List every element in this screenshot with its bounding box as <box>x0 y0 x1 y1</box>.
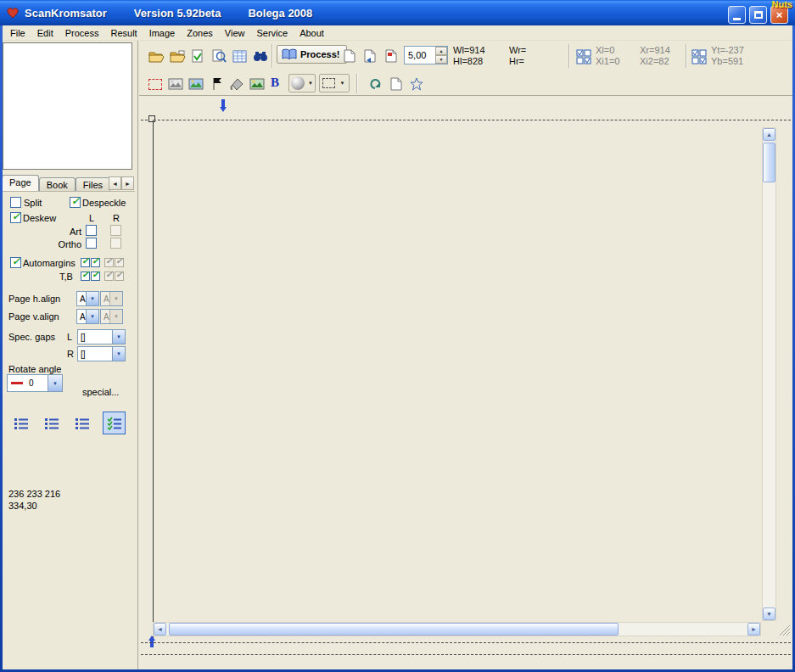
prev-page-button[interactable] <box>360 46 380 66</box>
menu-process[interactable]: Process <box>59 26 105 40</box>
open-files-button[interactable] <box>167 46 188 66</box>
find-button[interactable] <box>250 46 271 66</box>
scroll-right-button[interactable]: ► <box>747 623 760 636</box>
flag-zone-button[interactable] <box>208 75 227 93</box>
toolbar-separator <box>686 44 687 68</box>
crop-line-bottom[interactable] <box>141 642 791 643</box>
rotate-angle-select[interactable]: 0 ▼ <box>7 374 63 392</box>
page-v-align-select-disabled[interactable]: A ▼ <box>100 309 123 324</box>
ortho-right-checkbox[interactable] <box>110 238 121 249</box>
horizontal-scroll-thumb[interactable] <box>169 623 619 636</box>
list-view-button-3[interactable] <box>70 412 93 434</box>
despeckle-checkbox[interactable]: ✓ <box>70 197 81 208</box>
crop-line-bottom-outer[interactable] <box>141 654 791 655</box>
menu-zones[interactable]: Zones <box>181 26 219 40</box>
special-link[interactable]: special... <box>82 387 119 397</box>
margin-marker-top[interactable] <box>219 99 227 113</box>
pin-icon <box>219 99 227 113</box>
page-icon <box>390 77 402 91</box>
chevron-down-icon: ▼ <box>109 310 122 323</box>
page-h-align-select-disabled[interactable]: A ▼ <box>100 291 123 306</box>
menu-file[interactable]: File <box>4 26 31 40</box>
automargins-lr-checkboxes[interactable]: ✓ ✓ <box>81 258 100 267</box>
menu-view[interactable]: View <box>219 26 251 40</box>
horizontal-scrollbar[interactable]: ◄ ► <box>153 622 761 636</box>
table-icon <box>232 50 247 63</box>
page-preview[interactable] <box>3 42 132 170</box>
crop-handle-topleft[interactable] <box>148 115 155 122</box>
rotate-button[interactable] <box>367 75 385 93</box>
menu-about[interactable]: About <box>294 26 330 40</box>
list-view-button-1[interactable] <box>9 412 32 434</box>
grayscale-image-button[interactable] <box>166 75 185 93</box>
check-icon: ✓ <box>12 255 20 267</box>
ortho-left-checkbox[interactable] <box>86 238 97 249</box>
open-folder-button[interactable] <box>146 46 166 66</box>
fill-button[interactable] <box>227 75 246 93</box>
spin-down-button[interactable]: ▼ <box>435 55 447 64</box>
check-icon: ✓ <box>105 255 113 266</box>
scroll-up-button[interactable]: ▲ <box>763 128 775 141</box>
page-h-align-select[interactable]: A ▼ <box>76 291 99 306</box>
resize-grip[interactable] <box>777 623 791 636</box>
spec-gaps-l-select[interactable]: [] ▼ <box>77 329 126 344</box>
crop-line-top[interactable] <box>141 120 791 120</box>
automargins-checkbox[interactable]: ✓ <box>10 257 21 268</box>
deskew-checkbox[interactable]: ✓ <box>10 212 21 223</box>
tab-scroll-right-button[interactable]: ► <box>121 176 134 190</box>
menu-edit[interactable]: Edit <box>31 26 59 40</box>
vertical-scroll-thumb[interactable] <box>763 143 775 182</box>
checklist-view-button[interactable] <box>103 412 126 434</box>
tb-checkboxes[interactable]: ✓ ✓ <box>81 272 100 281</box>
spark-button[interactable] <box>407 75 426 93</box>
x-margins-button[interactable] <box>574 47 594 67</box>
crop-line-left[interactable] <box>153 120 154 640</box>
split-checkbox[interactable] <box>10 197 21 208</box>
vertical-scrollbar[interactable]: ▲ ▼ <box>762 127 776 621</box>
tb-checkboxes-disabled[interactable]: ✓ ✓ <box>104 272 124 281</box>
zoom-spinner[interactable]: 5,00 ▲ ▼ <box>404 46 448 64</box>
canvas-area[interactable]: ▲ ▼ ◄ ► <box>139 96 795 672</box>
marked-page-button[interactable] <box>381 46 401 66</box>
chevron-down-icon: ▼ <box>306 81 315 86</box>
new-page-button[interactable] <box>339 46 360 66</box>
page-tools-button[interactable] <box>387 75 406 93</box>
list-view-button-2[interactable] <box>40 412 63 434</box>
cursor-readout: 334,30 <box>8 501 37 511</box>
page-v-align-select[interactable]: A ▼ <box>76 309 99 324</box>
tab-page[interactable]: Page <box>2 175 39 192</box>
tab-files[interactable]: Files <box>76 177 110 192</box>
grid-check-icon <box>691 49 707 64</box>
art-left-checkbox[interactable] <box>86 225 97 236</box>
table-view-button[interactable] <box>229 46 249 66</box>
open-files-icon <box>170 50 186 63</box>
scroll-left-button[interactable]: ◄ <box>154 623 166 636</box>
tab-book[interactable]: Book <box>39 177 76 192</box>
select-zone-button[interactable] <box>146 75 165 93</box>
automargins-lr-checkboxes-disabled[interactable]: ✓ ✓ <box>104 258 124 267</box>
picture-zone-button[interactable] <box>248 75 266 93</box>
color-image-button[interactable] <box>187 75 205 93</box>
scroll-down-button[interactable]: ▼ <box>763 608 775 620</box>
titlebar: ScanKromsator Version 5.92beta Bolega 20… <box>0 0 795 25</box>
minimize-button[interactable] <box>728 6 746 24</box>
despeckle-mode-dropdown[interactable]: ▼ <box>288 74 316 92</box>
menu-service[interactable]: Service <box>250 26 294 40</box>
check-icon: ✓ <box>71 195 80 207</box>
despeckle-label: Despeckle <box>82 198 126 208</box>
menu-result[interactable]: Result <box>104 26 143 40</box>
spec-gaps-r-select[interactable]: [] ▼ <box>77 346 126 361</box>
process-button[interactable]: Process! <box>277 45 347 64</box>
tab-scroll-left-button[interactable]: ◄ <box>109 176 121 190</box>
zone-type-dropdown[interactable]: ▼ <box>319 74 350 92</box>
y-margins-button[interactable] <box>689 47 709 67</box>
arrow-down-icon: ▼ <box>766 611 772 617</box>
spin-up-button[interactable]: ▲ <box>435 47 447 55</box>
menu-image[interactable]: Image <box>143 26 182 40</box>
art-right-checkbox[interactable] <box>110 225 121 236</box>
save-options-button[interactable] <box>188 46 208 66</box>
bold-text-button[interactable]: B <box>271 76 279 90</box>
maximize-button[interactable] <box>749 6 767 24</box>
grid-check-icon <box>576 49 591 64</box>
preview-button[interactable] <box>209 46 229 66</box>
